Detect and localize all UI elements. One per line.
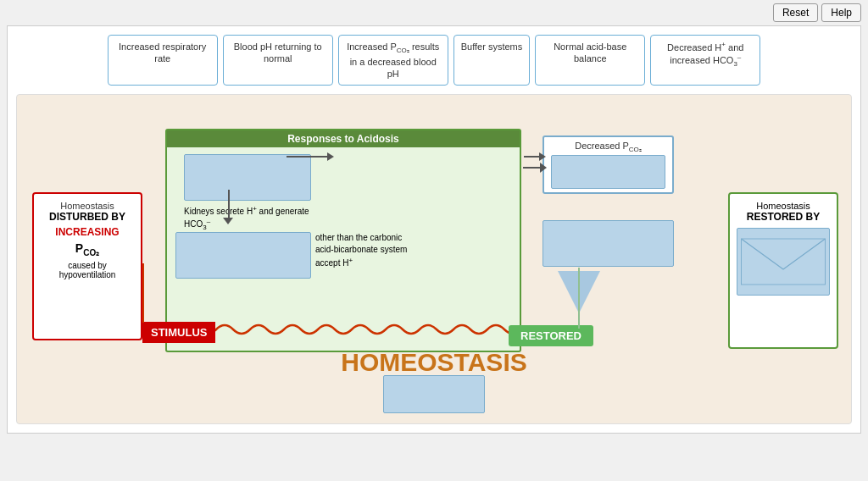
kidneys-text: Kidneys secrete H+ and generate HCO3– — [184, 205, 320, 232]
decreased-pco2-inner-box — [551, 155, 665, 189]
label-decreased-h[interactable]: Decreased H+ and increased HCO3– — [650, 35, 760, 86]
reset-button[interactable]: Reset — [773, 3, 818, 22]
svg-rect-0 — [742, 239, 826, 285]
caused-by-label: caused by hypoventilation — [41, 261, 134, 279]
disturbed-to-stimulus-arrow — [142, 263, 144, 323]
label-blood-ph[interactable]: Blood pH returning to normal — [223, 35, 333, 86]
label-increased-pco2[interactable]: Increased PCO₂ results in a decreased bl… — [338, 35, 448, 86]
restored-homeostasis-label: Homeostasis — [737, 201, 830, 211]
receptors-down-arrow — [228, 190, 230, 219]
main-container: Increased respiratory rate Blood pH retu… — [7, 25, 861, 434]
decreased-pco2-title: Decreased PCO₂ — [551, 141, 665, 153]
label-normal-acid-base[interactable]: Normal acid-base balance — [535, 35, 645, 86]
decreased-pco2-box2 — [542, 220, 674, 267]
increasing-label: INCREASING — [41, 226, 134, 238]
acidosis-to-decreased-arrow — [524, 156, 541, 158]
label-increased-respiratory[interactable]: Increased respiratory rate — [108, 35, 218, 86]
response-bottom-box — [175, 232, 311, 279]
decreased-pco2-box: Decreased PCO₂ — [542, 135, 674, 194]
disturbed-by-label: DISTURBED BY — [41, 211, 134, 223]
down-to-restored-connector — [578, 268, 580, 329]
disturbed-homeostasis-label: Homeostasis — [41, 201, 134, 211]
other-text: other than the carbonic acid-bicarbonate… — [315, 232, 417, 269]
help-button[interactable]: Help — [821, 3, 861, 22]
labels-row: Increased respiratory rate Blood pH retu… — [16, 35, 852, 86]
diagram-area: Homeostasis DISTURBED BY INCREASING PCO₂… — [16, 94, 852, 424]
acidosis-right-arrowhead — [540, 163, 547, 173]
stimulus-label: STIMULUS — [142, 322, 215, 343]
homeostasis-disturbed-box: Homeostasis DISTURBED BY INCREASING PCO₂… — [32, 192, 142, 340]
bottom-blue-box — [383, 375, 485, 413]
homeostasis-big-text: HOMEOSTASIS — [341, 348, 526, 377]
restored-by-label: RESTORED BY — [737, 211, 830, 223]
receptors-to-acidosis-arrow — [287, 156, 329, 158]
restored-inner-box — [737, 228, 830, 296]
response-top-box — [184, 154, 311, 201]
top-bar: Reset Help — [0, 0, 868, 25]
acidosis-right-arrow — [523, 167, 542, 169]
restored-badge: RESTORED — [509, 325, 593, 346]
label-buffer-systems[interactable]: Buffer systems — [453, 35, 531, 86]
acidosis-header: Responses to Acidosis — [167, 130, 520, 147]
homeostasis-restored-box: Homeostasis RESTORED BY — [728, 192, 838, 349]
pco2-label: PCO₂ — [41, 241, 134, 257]
receptors-down-arrowhead — [223, 218, 233, 224]
